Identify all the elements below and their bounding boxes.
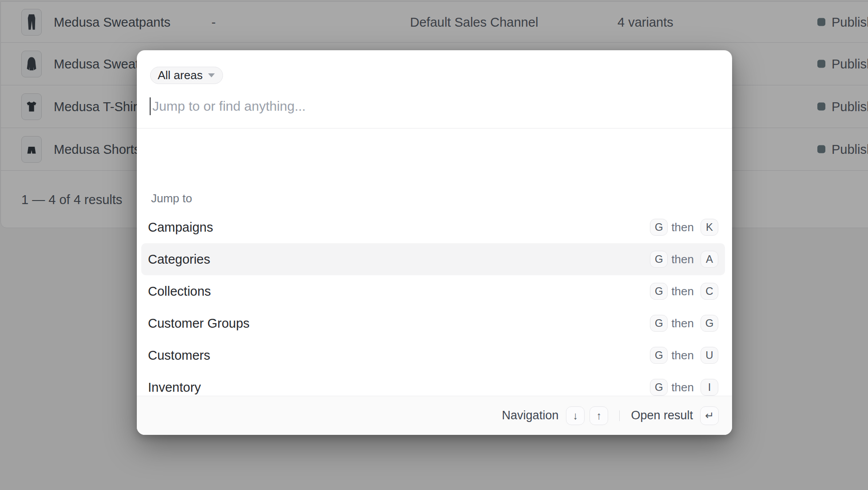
command-palette: All areas Jump to Campaigns G then K Cat… xyxy=(137,50,732,435)
list-item-inventory[interactable]: Inventory G then I xyxy=(141,371,725,396)
shortcut-keys: G then G xyxy=(650,315,718,332)
arrow-up-icon: ↑ xyxy=(589,406,608,425)
text-cursor xyxy=(150,97,151,115)
search-scope-label: All areas xyxy=(158,68,203,82)
list-item-collections[interactable]: Collections G then C xyxy=(141,275,725,307)
jump-to-list: Jump to Campaigns G then K Categories G … xyxy=(137,129,732,396)
footer-divider xyxy=(619,410,620,421)
key-g: G xyxy=(650,283,668,300)
key-u: U xyxy=(701,347,718,364)
arrow-down-icon: ↓ xyxy=(566,406,585,425)
list-item-campaigns[interactable]: Campaigns G then K xyxy=(141,211,725,243)
search-scope-button[interactable]: All areas xyxy=(150,67,223,84)
key-g: G xyxy=(650,315,668,332)
shortcut-keys: G then A xyxy=(650,251,718,268)
list-item-customer-groups[interactable]: Customer Groups G then G xyxy=(141,307,725,339)
key-a: A xyxy=(701,251,718,268)
shortcut-keys: G then U xyxy=(650,347,718,364)
key-g: G xyxy=(650,219,668,236)
key-g: G xyxy=(650,251,668,268)
enter-icon: ↵ xyxy=(700,406,719,425)
search-input[interactable] xyxy=(152,95,717,118)
shortcut-keys: G then K xyxy=(650,219,718,236)
open-result-label: Open result xyxy=(631,409,693,422)
navigation-label: Navigation xyxy=(502,409,559,422)
list-item-partial[interactable] xyxy=(141,393,725,396)
key-g: G xyxy=(650,347,668,364)
section-label: Jump to xyxy=(151,192,192,205)
shortcut-keys: G then C xyxy=(650,283,718,300)
list-item-customers[interactable]: Customers G then U xyxy=(141,339,725,371)
key-g: G xyxy=(701,315,718,332)
key-k: K xyxy=(701,219,718,236)
chevron-down-icon xyxy=(207,73,215,78)
list-item-categories[interactable]: Categories G then A xyxy=(141,243,725,275)
modal-footer: Navigation ↓ ↑ Open result ↵ xyxy=(137,396,732,435)
key-c: C xyxy=(701,283,718,300)
